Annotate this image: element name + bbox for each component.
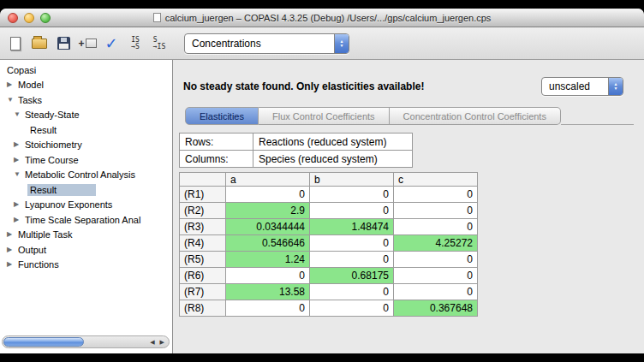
sidebar-item-label[interactable]: Tasks [15, 94, 45, 106]
matrix-cell[interactable]: 1.24 [226, 252, 310, 268]
dropdown-stepper[interactable]: ▲ ▼ [334, 34, 349, 53]
sidebar-item-label[interactable]: Result [27, 124, 59, 136]
sidebar-item-functions[interactable]: ▶Functions [0, 258, 172, 273]
chevron-right-icon[interactable]: ▶ [7, 230, 15, 239]
tab-concentration-control-coefficients[interactable]: Concentration Control Coefficients [390, 107, 561, 125]
matrix-cell[interactable]: 0 [394, 187, 478, 203]
sidebar-item-label[interactable]: Copasi [4, 64, 39, 76]
matrix-cell[interactable]: 0 [394, 252, 478, 268]
matrix-cell[interactable]: 0 [310, 300, 394, 317]
sidebar-item-time-scale-separation-anal[interactable]: ▶Time Scale Separation Anal [0, 212, 172, 228]
matrix-cell[interactable]: 0 [310, 203, 394, 219]
chevron-right-icon[interactable]: ▶ [14, 216, 22, 224]
sidebar-item-metabolic-control-analysis[interactable]: ▼Metabolic Control Analysis [0, 168, 172, 183]
sidebar-item-steady-state[interactable]: ▼Steady-State [0, 108, 172, 123]
columns-value: Species (reduced system) [253, 151, 413, 168]
sidebar-item-label[interactable]: Metabolic Control Analysis [22, 169, 138, 181]
matrix-cell[interactable]: 0.0344444 [226, 219, 310, 235]
scrollbar-thumb[interactable] [3, 337, 84, 347]
sidebar-item-time-course[interactable]: ▶Time Course [0, 152, 172, 168]
matrix-cell[interactable]: 0 [310, 284, 394, 300]
tab-elasticities[interactable]: Elasticities [185, 107, 259, 125]
scale-dropdown-stepper[interactable]: ▲ ▼ [608, 78, 623, 95]
chevron-right-icon[interactable]: ▶ [14, 200, 22, 209]
row-header-r6[interactable]: (R6) [180, 268, 226, 284]
matrix-cell[interactable]: 4.25272 [394, 235, 478, 252]
s-to-is-button[interactable]: S →IS [148, 32, 170, 56]
matrix-cell[interactable]: 13.58 [226, 284, 310, 300]
sidebar-item-label[interactable]: Steady-State [22, 109, 82, 121]
row-header-r8[interactable]: (R8) [180, 300, 226, 317]
save-button[interactable] [52, 32, 75, 56]
table-row: (R6)00.681750 [180, 268, 478, 284]
scale-dropdown[interactable]: unscaled ▲ ▼ [541, 77, 623, 96]
chevron-right-icon[interactable]: ▶ [7, 80, 15, 89]
sidebar-horizontal-scrollbar[interactable]: ◀ ▶ [2, 335, 170, 348]
is-to-s-button[interactable]: IS →S [124, 32, 146, 56]
column-header-c[interactable]: c [394, 173, 478, 187]
chevron-right-icon[interactable]: ▶ [14, 156, 22, 164]
sidebar-item-label[interactable]: Model [15, 79, 46, 91]
sidebar-item-copasi[interactable]: Copasi [0, 62, 172, 78]
sidebar-item-tasks[interactable]: ▼Tasks [0, 92, 172, 108]
matrix-cell[interactable]: 0 [394, 284, 478, 300]
row-header-r4[interactable]: (R4) [180, 235, 226, 252]
scroll-left-icon[interactable]: ◀ [150, 339, 154, 346]
matrix-cell[interactable]: 0.68175 [310, 268, 394, 284]
matrix-cell[interactable]: 0 [310, 235, 394, 252]
row-header-r3[interactable]: (R3) [180, 219, 226, 235]
chevron-down-icon[interactable]: ▼ [14, 170, 22, 179]
column-header-a[interactable]: a [226, 173, 310, 187]
add-slider-button[interactable]: + [76, 32, 98, 56]
window-controls [8, 13, 51, 23]
minimize-button[interactable] [24, 13, 34, 23]
sidebar-item-output[interactable]: ▶Output [0, 242, 172, 258]
chevron-right-icon[interactable]: ▶ [7, 260, 15, 269]
row-header-r7[interactable]: (R7) [180, 284, 226, 300]
window-title: calcium_juergen – COPASI 4.3.25 (Debug) … [153, 13, 492, 23]
sidebar-item-model[interactable]: ▶Model [0, 78, 172, 93]
concentrations-dropdown[interactable]: Concentrations ▲ ▼ [184, 33, 349, 54]
matrix-cell[interactable]: 0 [226, 300, 310, 317]
close-button[interactable] [8, 13, 18, 23]
sidebar-item-label[interactable]: Lyapunov Exponents [22, 199, 115, 211]
sidebar-item-result[interactable]: Result [0, 182, 172, 198]
column-header-b[interactable]: b [310, 173, 394, 187]
window-body: Copasi▶Model▼Tasks▼Steady-StateResult▶St… [0, 60, 644, 353]
matrix-cell[interactable]: 0 [310, 252, 394, 268]
matrix-cell[interactable]: 0 [394, 268, 478, 284]
open-file-button[interactable] [28, 32, 51, 56]
sidebar-item-label[interactable]: Stoichiometry [22, 139, 85, 151]
commit-button[interactable]: ✓ [100, 32, 122, 56]
sidebar-item-label[interactable]: Multiple Task [15, 228, 75, 240]
sidebar-item-label[interactable]: Output [15, 244, 49, 256]
sidebar-item-label[interactable]: Time Course [22, 154, 81, 166]
zoom-button[interactable] [40, 13, 51, 23]
matrix-cell[interactable]: 0 [226, 268, 310, 284]
sidebar-item-label[interactable]: Result [27, 184, 96, 196]
sidebar-item-multiple-task[interactable]: ▶Multiple Task [0, 228, 172, 243]
matrix-cell[interactable]: 0.367648 [394, 300, 478, 317]
row-header-r5[interactable]: (R5) [180, 252, 226, 268]
matrix-cell[interactable]: 0 [394, 219, 478, 235]
sidebar-item-label[interactable]: Time Scale Separation Anal [22, 214, 143, 226]
sidebar-item-lyapunov-exponents[interactable]: ▶Lyapunov Exponents [0, 198, 172, 213]
new-file-button[interactable] [4, 32, 27, 56]
chevron-down-icon[interactable]: ▼ [7, 96, 15, 104]
sidebar-item-result[interactable]: Result [0, 122, 172, 138]
row-header-r1[interactable]: (R1) [180, 187, 226, 203]
sidebar-item-label[interactable]: Functions [15, 258, 62, 270]
matrix-cell[interactable]: 2.9 [226, 203, 310, 219]
matrix-cell[interactable]: 0.546646 [226, 235, 310, 252]
scroll-right-icon[interactable]: ▶ [160, 339, 164, 346]
matrix-cell[interactable]: 0 [394, 203, 478, 219]
chevron-right-icon[interactable]: ▶ [7, 246, 15, 254]
sidebar-item-stoichiometry[interactable]: ▶Stoichiometry [0, 138, 172, 153]
matrix-cell[interactable]: 0 [310, 187, 394, 203]
row-header-r2[interactable]: (R2) [180, 203, 226, 219]
matrix-cell[interactable]: 0 [226, 187, 310, 203]
matrix-cell[interactable]: 1.48474 [310, 219, 394, 235]
chevron-down-icon[interactable]: ▼ [14, 110, 22, 119]
tab-flux-control-coefficients[interactable]: Flux Control Coefficients [259, 107, 390, 125]
chevron-right-icon[interactable]: ▶ [14, 140, 22, 149]
